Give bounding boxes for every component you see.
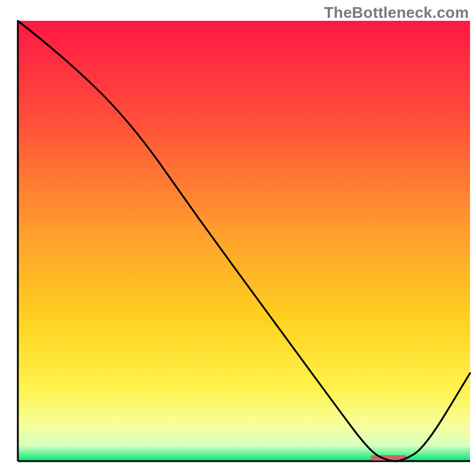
plot-area-fill <box>18 21 470 461</box>
watermark-text: TheBottleneck.com <box>324 4 469 22</box>
bottleneck-chart-svg <box>0 0 476 476</box>
chart-container: TheBottleneck.com <box>0 0 476 476</box>
